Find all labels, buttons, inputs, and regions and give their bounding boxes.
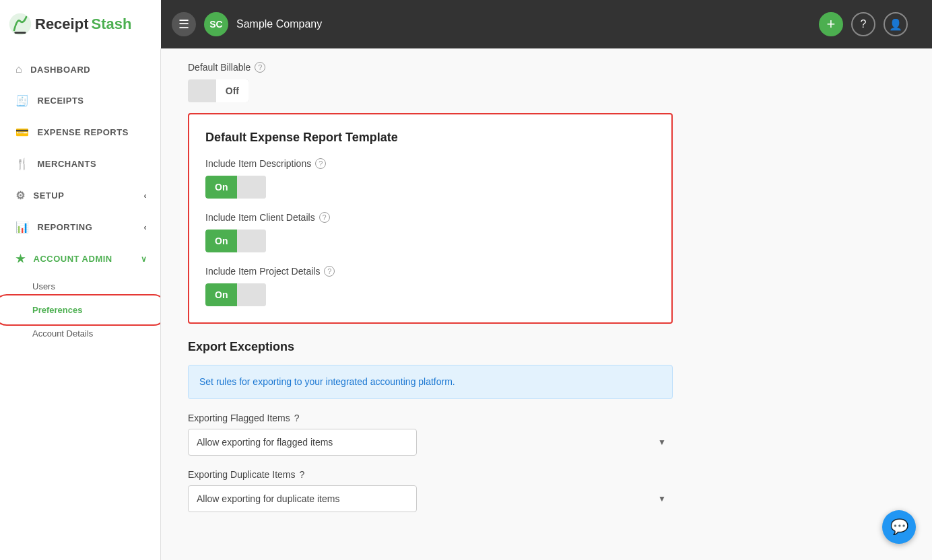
include-project-toggle[interactable]: On [205,283,266,306]
default-billable-toggle[interactable]: Off [188,79,248,102]
flagged-items-chevron-icon: ▼ [658,438,666,447]
sidebar-item-receipts[interactable]: 🧾 RECEIPTS [0,85,160,116]
dashboard-icon: ⌂ [15,63,22,75]
include-client-toggle-off [237,230,266,252]
expense-report-template-section: Default Expense Report Template Include … [188,113,673,324]
include-descriptions-label: Include Item Descriptions ? [205,158,655,169]
merchants-icon: 🍴 [15,158,30,170]
include-project-label: Include Item Project Details ? [205,266,655,277]
export-exceptions-title: Export Exceptions [188,340,673,354]
export-exceptions-section: Export Exceptions Set rules for exportin… [188,340,673,512]
include-descriptions-toggle-off [237,176,266,199]
sidebar-item-reporting[interactable]: 📊 REPORTING ‹ [0,211,160,243]
flagged-items-help-icon[interactable]: ? [294,413,300,423]
brand-svg-icon [8,12,32,36]
sidebar-item-merchants[interactable]: 🍴 MERCHANTS [0,148,160,180]
sidebar-label-dashboard: DASHBOARD [30,65,90,75]
sidebar-item-expense-reports[interactable]: 💳 EXPENSE REPORTS [0,116,160,148]
sidebar-label-receipts: RECEIPTS [38,96,84,106]
export-info-box: Set rules for exporting to your integrat… [188,365,673,399]
include-descriptions-help-icon[interactable]: ? [315,158,326,169]
sidebar-sub-item-account-details[interactable]: Account Details [0,322,160,345]
hamburger-button[interactable]: ☰ [172,12,196,36]
expense-reports-icon: 💳 [15,126,30,139]
sidebar: ⌂ DASHBOARD 🧾 RECEIPTS 💳 EXPENSE REPORTS… [0,48,161,560]
sidebar-label-reporting: REPORTING [38,222,93,232]
add-icon: + [827,15,836,33]
include-client-toggle-on: On [205,230,237,252]
setup-icon: ⚙ [15,189,26,202]
content-inner: Default Billable ? Off Default Expense R… [161,48,700,553]
hamburger-icon: ☰ [178,17,189,32]
default-billable-toggle-off-label: Off [216,79,248,102]
help-button[interactable]: ? [851,12,875,36]
account-admin-chevron-icon: ∨ [141,254,147,264]
duplicate-items-select[interactable]: Allow exporting for duplicate items Bloc… [188,485,417,512]
setup-chevron-icon: ‹ [144,191,147,201]
sidebar-sub-item-users[interactable]: Users [0,275,160,298]
profile-icon: 👤 [889,18,902,31]
receipts-icon: 🧾 [15,94,30,107]
include-client-label: Include Item Client Details ? [205,212,655,223]
navbar-right: + ? 👤 [819,12,921,36]
sidebar-item-dashboard[interactable]: ⌂ DASHBOARD [0,54,160,85]
flagged-items-select[interactable]: Allow exporting for flagged items Block … [188,429,417,456]
navbar-content: ☰ SC Sample Company + ? 👤 [161,12,932,36]
brand-text-receipt: Receipt [35,15,88,33]
export-info-text: Set rules for exporting to your integrat… [199,376,455,387]
toggle-group-client-details: Include Item Client Details ? On [205,212,655,252]
include-project-toggle-on: On [205,283,237,306]
expense-report-template-title: Default Expense Report Template [205,131,655,145]
toggle-group-descriptions: Include Item Descriptions ? On [205,158,655,199]
sidebar-label-account-admin: ACCOUNT ADMIN [34,254,112,264]
duplicate-items-select-wrapper: Allow exporting for duplicate items Bloc… [188,485,673,512]
sidebar-sub-label-account-details: Account Details [32,328,93,339]
chat-button[interactable]: 💬 [882,510,916,544]
duplicate-items-help-icon[interactable]: ? [300,469,305,480]
include-client-help-icon[interactable]: ? [319,212,330,223]
help-icon: ? [861,18,867,30]
flagged-items-label: Exporting Flagged Items ? [188,413,673,423]
navbar: Receipt Stash ☰ SC Sample Company + ? 👤 [0,0,932,48]
duplicate-items-label: Exporting Duplicate Items ? [188,469,673,480]
profile-button[interactable]: 👤 [884,12,908,36]
sidebar-sub-label-preferences: Preferences [32,305,82,315]
content-area: Default Billable ? Off Default Expense R… [161,48,932,560]
include-project-toggle-off [237,283,266,306]
reporting-icon: 📊 [15,221,30,234]
default-billable-label: Default Billable ? [188,62,673,73]
reporting-chevron-icon: ‹ [144,223,147,232]
chat-icon: 💬 [890,518,908,536]
company-badge: SC [204,12,228,36]
include-descriptions-toggle[interactable]: On [205,176,266,199]
sidebar-item-setup[interactable]: ⚙ SETUP ‹ [0,180,160,211]
brand-text-stash: Stash [91,15,131,33]
main-layout: ⌂ DASHBOARD 🧾 RECEIPTS 💳 EXPENSE REPORTS… [0,48,932,560]
include-project-help-icon[interactable]: ? [324,266,335,277]
account-admin-icon: ★ [15,252,26,265]
include-client-toggle[interactable]: On [205,230,266,252]
add-button[interactable]: + [819,12,843,36]
sidebar-label-merchants: MERCHANTS [38,159,97,169]
sidebar-item-account-admin[interactable]: ★ ACCOUNT ADMIN ∨ [0,243,160,275]
flagged-items-select-wrapper: Allow exporting for flagged items Block … [188,429,673,456]
default-billable-group: Default Billable ? Off [188,62,673,102]
default-billable-section: Default Billable ? Off [188,62,673,113]
brand-area: Receipt Stash [0,0,161,48]
company-name: Sample Company [236,18,322,30]
sidebar-sub-label-users: Users [32,281,55,291]
toggle-on-area [188,79,216,102]
toggle-group-project-details: Include Item Project Details ? On [205,266,655,306]
sidebar-label-expense-reports: EXPENSE REPORTS [38,127,129,137]
include-descriptions-toggle-on: On [205,176,237,199]
sidebar-label-setup: SETUP [34,190,65,201]
brand-logo: Receipt Stash [8,12,131,36]
default-billable-help-icon[interactable]: ? [255,62,265,73]
duplicate-items-chevron-icon: ▼ [658,494,666,503]
sidebar-sub-item-preferences[interactable]: Preferences [0,298,160,322]
